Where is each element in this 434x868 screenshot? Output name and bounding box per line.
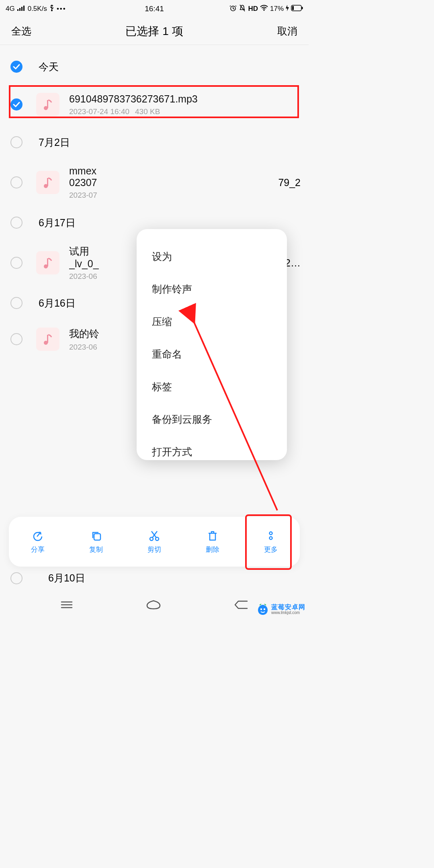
music-file-icon: [36, 251, 59, 274]
date-group[interactable]: 7月2日: [0, 128, 309, 157]
svg-rect-17: [47, 335, 48, 343]
file-row[interactable]: mmex 02307 2023-07 79_2: [0, 159, 309, 206]
popup-tag[interactable]: 标签: [137, 371, 287, 403]
svg-point-4: [51, 10, 53, 11]
svg-point-6: [263, 10, 264, 11]
usb-icon: [49, 5, 54, 13]
file-name: 6910489783736273671.mp3: [69, 93, 309, 105]
watermark-logo-icon: [257, 604, 269, 616]
more-dots-icon: •••: [57, 5, 66, 13]
speed-label: 0.5K/s: [28, 5, 47, 13]
copy-button[interactable]: 复制: [67, 517, 125, 567]
svg-point-29: [264, 608, 265, 610]
popup-compress[interactable]: 压缩: [137, 305, 287, 338]
file-name-tail: 2…: [285, 257, 301, 269]
watermark: 蓝莓安卓网 www.lmkjst.com: [257, 604, 305, 616]
status-bar: 4G 0.5K/s ••• 16:41 HD 17%: [0, 0, 309, 18]
checkbox-icon[interactable]: [10, 333, 23, 345]
battery-label: 17%: [270, 5, 284, 13]
wifi-icon: [260, 5, 268, 13]
hd-label: HD: [248, 5, 258, 13]
svg-rect-1: [19, 8, 20, 11]
date-group[interactable]: 6月10日: [10, 571, 85, 585]
mute-icon: [239, 4, 246, 14]
charge-icon: [286, 5, 289, 13]
svg-rect-2: [21, 7, 23, 11]
selection-title: 已选择 1 项: [125, 24, 183, 39]
more-button[interactable]: 更多: [242, 517, 300, 567]
recents-button[interactable]: [60, 600, 74, 611]
bottom-toolbar: 分享 复制 剪切 删除 更多: [9, 517, 300, 567]
popup-make-ringtone[interactable]: 制作铃声: [137, 273, 287, 305]
svg-point-22: [269, 532, 272, 534]
svg-rect-15: [47, 258, 48, 266]
cut-label: 剪切: [147, 545, 161, 554]
date-group-today[interactable]: 今天: [0, 52, 309, 81]
music-file-icon: [36, 328, 59, 351]
share-label: 分享: [31, 545, 45, 554]
delete-label: 删除: [206, 545, 219, 554]
group-label: 7月2日: [39, 136, 70, 149]
svg-point-28: [260, 608, 262, 610]
popup-set-as[interactable]: 设为: [137, 240, 287, 273]
file-meta: 2023-07: [69, 191, 309, 200]
popup-open-with[interactable]: 打开方式: [137, 436, 287, 460]
alarm-icon: [229, 4, 237, 14]
back-button[interactable]: [233, 600, 249, 612]
more-label: 更多: [264, 545, 278, 554]
svg-rect-13: [47, 178, 48, 186]
music-file-icon: [36, 171, 59, 194]
file-meta: 2023-07-24 16:40430 KB: [69, 107, 309, 116]
checkbox-icon[interactable]: [10, 176, 23, 188]
checkbox-checked-icon[interactable]: [10, 98, 23, 111]
delete-button[interactable]: 删除: [183, 517, 242, 567]
music-file-icon: [36, 93, 59, 116]
more-options-popup: 设为 制作铃声 压缩 重命名 标签 备份到云服务 打开方式: [137, 229, 287, 460]
clock-label: 16:41: [145, 4, 164, 13]
checkbox-icon[interactable]: [10, 297, 23, 309]
checkbox-icon[interactable]: [10, 136, 23, 148]
svg-rect-19: [94, 534, 100, 540]
file-name-line2: 02307: [69, 177, 309, 188]
checkbox-icon[interactable]: [10, 217, 23, 229]
svg-rect-0: [17, 9, 18, 11]
selection-header: 全选 已选择 1 项 取消: [0, 18, 309, 45]
svg-rect-3: [23, 6, 25, 11]
group-label: 今天: [39, 60, 59, 74]
svg-rect-8: [302, 7, 303, 9]
cancel-button[interactable]: 取消: [277, 25, 297, 38]
svg-point-23: [269, 536, 272, 539]
watermark-title: 蓝莓安卓网: [271, 604, 305, 611]
home-button[interactable]: [145, 599, 162, 612]
checkbox-icon[interactable]: [10, 572, 23, 584]
popup-rename[interactable]: 重命名: [137, 338, 287, 371]
checkbox-icon[interactable]: [10, 257, 23, 269]
copy-label: 复制: [89, 545, 103, 554]
group-label: 6月10日: [48, 571, 85, 585]
svg-rect-11: [47, 100, 48, 108]
group-label: 6月17日: [39, 216, 76, 229]
battery-icon: [291, 5, 303, 13]
group-label: 6月16日: [39, 297, 76, 310]
file-name-tail: 79_2: [278, 177, 301, 188]
signal-icon: [17, 5, 25, 13]
share-button[interactable]: 分享: [9, 517, 67, 567]
svg-rect-9: [292, 6, 294, 10]
checkbox-checked-icon[interactable]: [10, 61, 23, 73]
file-row[interactable]: 6910489783736273671.mp3 2023-07-24 16:40…: [0, 85, 309, 124]
watermark-url: www.lmkjst.com: [271, 611, 305, 615]
file-name: mmex: [69, 165, 309, 177]
network-label: 4G: [6, 5, 15, 13]
cut-button[interactable]: 剪切: [125, 517, 184, 567]
select-all-button[interactable]: 全选: [11, 25, 31, 38]
popup-backup-cloud[interactable]: 备份到云服务: [137, 403, 287, 436]
